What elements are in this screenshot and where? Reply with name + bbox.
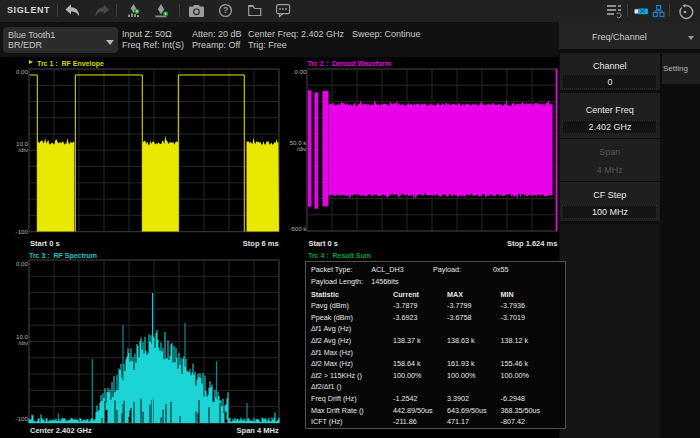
svg-text:?: ? xyxy=(223,5,228,15)
